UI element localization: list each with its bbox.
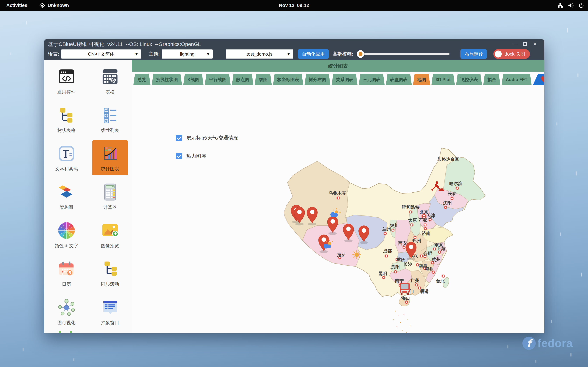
sidebar-item-label: 抽象窗口 [101,320,119,326]
sidebar-item-label: 统计图表 [101,166,119,172]
city-marker-长春[interactable] [450,196,454,200]
city-marker-海口[interactable] [405,300,408,304]
sidebar-item-表格[interactable]: 表格 [88,62,132,100]
script-select[interactable]: test_demo.js▼ [226,50,293,58]
sidebar-item-线性列表[interactable]: 线性列表 [88,100,132,139]
city-label-长春: 长春 [448,191,456,196]
city-label-福州: 福州 [425,267,434,272]
sidebar-item-文本和条码[interactable]: 文本和条码 [45,139,88,177]
sidebar-item-图像预览[interactable]: 图像预览 [88,216,132,254]
power-icon[interactable] [579,3,584,8]
checkbox-展示标记/天气/交通情况[interactable] [176,135,182,141]
sidebar-item-计算器[interactable]: 计算器 [88,177,132,216]
city-marker-太原[interactable] [410,223,414,227]
city-marker-成都[interactable] [384,254,388,258]
auto-apply-button[interactable]: 自动化应用 [298,49,329,59]
code-window-icon [57,67,76,86]
calendar-icon: 5 [57,259,76,279]
slider-handle[interactable] [357,50,364,58]
sidebar-item-label: 线性列表 [101,127,119,133]
volume-icon[interactable] [568,3,573,8]
city-marker-石家庄[interactable] [423,223,427,227]
tab-三元图表[interactable]: 三元图表 [359,74,385,85]
city-marker-呼和浩特[interactable] [409,210,413,214]
tab-strip: 总览折线柱状图K线图平行线图散点图饼图极坐标图表树分布图关系图表三元图表表盘图表… [133,74,544,85]
language-label: 语言: [48,51,59,57]
city-marker-西安[interactable] [402,245,406,249]
city-label-郑州: 郑州 [412,238,421,243]
tab-树分布图[interactable]: 树分布图 [304,74,330,85]
city-label-银川: 银川 [390,223,399,228]
sidebar-item-partial[interactable] [59,331,87,333]
table-gear-icon [100,67,120,86]
tab-地图[interactable]: 地图 [413,74,430,85]
sidebar-item-日历[interactable]: 5日历 [45,254,88,292]
city-marker[interactable] [418,286,422,290]
city-marker-哈尔滨[interactable] [455,186,459,190]
city-label-杭州: 杭州 [432,257,441,262]
language-select[interactable]: CN-中文简体▼ [61,50,141,58]
image-preview-icon [100,221,120,240]
dock-toggle[interactable]: dock 关闭 [493,49,530,59]
minimize-button[interactable] [512,41,518,47]
network-icon[interactable] [558,3,563,8]
tab-总览[interactable]: 总览 [133,74,150,85]
city-marker-南京[interactable] [432,247,436,251]
checkbox-label: 热力图层 [186,153,206,159]
sidebar-item-同步滚动[interactable]: 同步滚动 [88,254,132,292]
theme-select[interactable]: lighting▼ [162,50,213,58]
tab-关系图表[interactable]: 关系图表 [332,74,357,85]
tree-table-icon [57,105,76,125]
sidebar-item-抽象窗口[interactable]: 抽象窗口 [88,292,132,331]
blur-label: 高斯模糊: [333,51,353,57]
city-marker-贵阳[interactable] [394,270,398,274]
fedora-watermark: f fedora [522,337,573,350]
tab-Audio FFT[interactable]: Audio FFT [502,74,532,85]
city-marker-台北[interactable] [441,274,445,278]
section-header: 统计图表 [132,60,544,72]
desktop: Activities Unknown Nov 12 09:12 基于CBlueU… [0,0,588,367]
layout-flip-button[interactable]: 布局翻转 [460,49,487,59]
city-label-拉萨: 拉萨 [337,252,346,257]
city-label-西安: 西安 [398,241,407,246]
city-marker-银川[interactable] [391,228,395,232]
tab-3D Plot[interactable]: 3D Plot [431,74,455,85]
tab-极坐标图表[interactable]: 极坐标图表 [273,74,303,85]
system-top-bar: Activities Unknown Nov 12 09:12 [0,0,588,11]
sidebar-item-图可视化[interactable]: 图可视化 [45,292,88,331]
blur-slider[interactable] [358,53,450,55]
city-marker-沈阳[interactable] [444,206,448,209]
tab-表盘图表[interactable]: 表盘图表 [386,74,412,85]
city-marker-乌鲁木齐[interactable] [336,196,340,200]
close-button[interactable]: × [532,41,538,47]
sidebar-item-label: 表格 [105,89,115,95]
checkbox-热力图层[interactable] [176,153,182,159]
city-marker-昆明[interactable] [382,275,386,279]
tab-飞控仪表[interactable]: 飞控仪表 [456,74,482,85]
tab-饼图[interactable]: 饼图 [255,74,272,85]
sidebar-item-统计图表[interactable]: 统计图表 [88,139,132,177]
chevron-down-icon: ▼ [134,51,138,57]
tab-添加[interactable]: 添加 [533,74,544,85]
tab-K线图[interactable]: K线图 [183,74,204,85]
tab-拟合[interactable]: 拟合 [483,74,500,85]
city-marker-济南[interactable] [424,227,427,231]
city-label-南宁: 南宁 [395,278,404,283]
sync-tree-icon [100,259,120,279]
sidebar-item-树状表格[interactable]: 树状表格 [45,100,88,139]
sidebar-item-通用控件[interactable]: 通用控件 [45,62,88,100]
sidebar-item-颜色 & 文字[interactable]: 颜色 & 文字 [45,216,88,254]
city-marker-兰州[interactable] [383,232,387,236]
city-label-呼和浩特: 呼和浩特 [402,205,419,209]
clock[interactable]: Nov 12 09:12 [0,3,588,8]
maximize-button[interactable] [522,41,528,47]
svg-text:5: 5 [69,270,71,275]
china-map[interactable]: 加格达奇区哈尔滨长春沈阳乌鲁木齐呼和浩特北京天津太原石家庄银川兰州济南郑州西安南… [272,148,499,333]
tab-折线柱状图[interactable]: 折线柱状图 [152,74,182,85]
sidebar-item-架构图[interactable]: 架构图 [45,177,88,216]
calculator-icon [100,182,120,202]
tab-散点图[interactable]: 散点图 [232,74,253,85]
tab-平行线图[interactable]: 平行线图 [205,74,231,85]
city-marker-广州[interactable] [415,283,419,287]
city-marker-武汉[interactable] [419,254,423,258]
